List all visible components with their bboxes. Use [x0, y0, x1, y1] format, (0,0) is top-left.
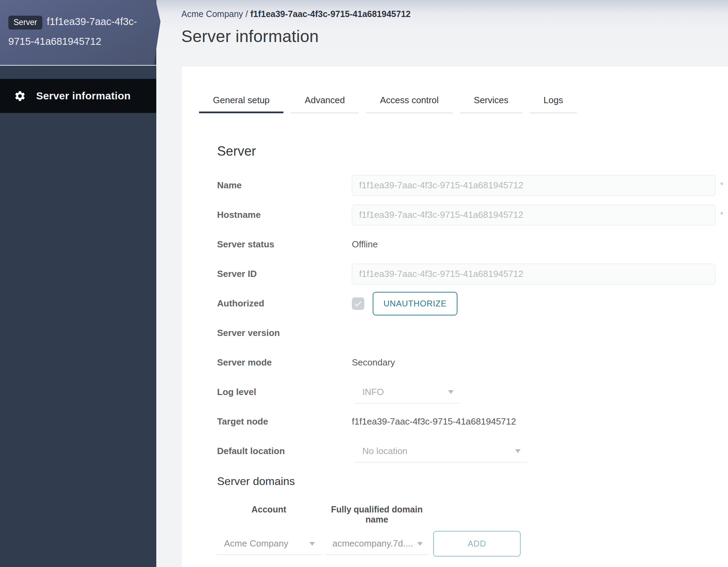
default-location-label: Default location: [217, 446, 352, 457]
check-icon: [354, 299, 363, 308]
target-node-value: f1f1ea39-7aac-4f3c-9715-41a681945712: [352, 416, 715, 427]
server-form: Name * Hostname * Server status Offlin: [217, 171, 715, 466]
fqdn-column-header: Fully qualified domain name: [325, 504, 429, 525]
server-version-label: Server version: [217, 328, 352, 338]
field-row-server-mode: Server mode Secondary: [217, 348, 715, 377]
add-domain-button[interactable]: ADD: [433, 531, 521, 557]
sidebar-item-server-information[interactable]: Server information: [0, 79, 156, 113]
authorized-checkbox[interactable]: [352, 297, 364, 310]
chevron-down-icon: [448, 390, 454, 394]
tab-general-setup[interactable]: General setup: [199, 93, 283, 113]
main-area: Acme Company / f1f1ea39-7aac-4f3c-9715-4…: [156, 0, 728, 567]
page-header: Acme Company / f1f1ea39-7aac-4f3c-9715-4…: [156, 0, 728, 66]
log-level-label: Log level: [217, 387, 352, 397]
field-row-authorized: Authorized UNAUTHORIZE: [217, 289, 715, 318]
gear-icon: [14, 90, 26, 102]
required-marker: *: [715, 209, 728, 220]
tab-bar: General setup Advanced Access control Se…: [199, 93, 715, 113]
page-title: Server information: [181, 27, 728, 46]
log-level-select[interactable]: INFO: [355, 381, 460, 403]
field-row-default-location: Default location No location: [217, 436, 715, 466]
field-row-target-node: Target node f1f1ea39-7aac-4f3c-9715-41a6…: [217, 407, 715, 436]
unauthorize-button[interactable]: UNAUTHORIZE: [373, 292, 457, 315]
name-label: Name: [217, 180, 352, 191]
field-row-log-level: Log level INFO: [217, 377, 715, 407]
server-mode-value: Secondary: [352, 357, 715, 368]
authorized-label: Authorized: [217, 298, 352, 309]
tab-access-control[interactable]: Access control: [366, 93, 453, 113]
tab-services[interactable]: Services: [460, 93, 522, 113]
fqdn-select[interactable]: acmecompany.7d....: [325, 533, 429, 555]
server-status-label: Server status: [217, 239, 352, 250]
chevron-down-icon: [417, 542, 423, 546]
chevron-down-icon: [515, 449, 521, 453]
field-row-server-status: Server status Offline: [217, 230, 715, 259]
section-title-server-domains: Server domains: [217, 475, 715, 488]
default-location-value: No location: [362, 446, 407, 457]
chevron-down-icon: [309, 542, 315, 546]
section-title-server: Server: [217, 144, 715, 159]
field-row-server-id: Server ID: [217, 259, 715, 289]
sidebar-item-label: Server information: [36, 90, 131, 102]
field-row-name: Name *: [217, 171, 715, 200]
sidebar-server-identity: Serverf1f1ea39-7aac-4f3c-9715-41a6819457…: [8, 12, 149, 51]
tab-logs[interactable]: Logs: [530, 93, 577, 113]
default-location-select[interactable]: No location: [355, 440, 527, 462]
account-select[interactable]: Acme Company: [216, 533, 321, 555]
field-row-hostname: Hostname *: [217, 200, 715, 230]
hostname-input[interactable]: [352, 205, 715, 225]
server-domains-table: Account Fully qualified domain name Acme…: [216, 504, 715, 557]
server-id-input[interactable]: [352, 264, 715, 285]
log-level-value: INFO: [362, 387, 384, 397]
content-card: General setup Advanced Access control Se…: [181, 66, 728, 567]
server-id-label: Server ID: [217, 269, 352, 279]
server-type-badge: Server: [8, 16, 42, 30]
account-select-value: Acme Company: [224, 538, 288, 549]
hostname-label: Hostname: [217, 209, 352, 220]
server-mode-label: Server mode: [217, 357, 352, 368]
sidebar-header: Serverf1f1ea39-7aac-4f3c-9715-41a6819457…: [0, 0, 160, 65]
name-input[interactable]: [352, 175, 715, 196]
required-marker: *: [715, 180, 728, 191]
account-column-header: Account: [216, 504, 321, 525]
server-status-value: Offline: [352, 239, 715, 250]
breadcrumb: Acme Company / f1f1ea39-7aac-4f3c-9715-4…: [181, 9, 728, 19]
sidebar: Serverf1f1ea39-7aac-4f3c-9715-41a6819457…: [0, 0, 156, 567]
breadcrumb-current: f1f1ea39-7aac-4f3c-9715-41a681945712: [250, 9, 411, 19]
breadcrumb-separator: /: [243, 9, 250, 19]
fqdn-select-value: acmecompany.7d....: [332, 538, 413, 549]
target-node-label: Target node: [217, 416, 352, 427]
breadcrumb-account-link[interactable]: Acme Company: [181, 9, 243, 19]
field-row-server-version: Server version: [217, 318, 715, 348]
sidebar-strip: [0, 66, 156, 79]
tab-advanced[interactable]: Advanced: [291, 93, 359, 113]
